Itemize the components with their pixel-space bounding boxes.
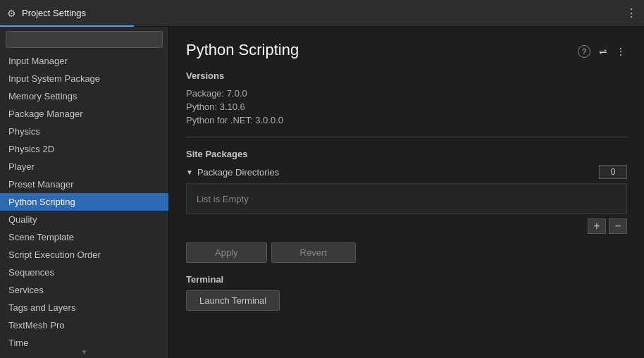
sidebar-item-quality[interactable]: Quality bbox=[0, 211, 168, 228]
apply-revert-row: Apply Revert bbox=[186, 242, 627, 263]
sidebar-item-physics[interactable]: Physics bbox=[0, 123, 168, 140]
sidebar-item-player[interactable]: Player bbox=[0, 158, 168, 175]
sidebar-item-time[interactable]: Time bbox=[0, 334, 168, 346]
help-icon-button[interactable]: ? bbox=[576, 44, 592, 59]
more-dots-icon: ⋮ bbox=[616, 46, 626, 57]
sliders-icon: ⇌ bbox=[599, 46, 607, 57]
sidebar-list: Input ManagerInput System PackageMemory … bbox=[0, 52, 168, 346]
apply-button[interactable]: Apply bbox=[186, 242, 267, 263]
sidebar-item-script-execution-order[interactable]: Script Execution Order bbox=[0, 246, 168, 264]
sidebar-item-tags-and-layers[interactable]: Tags and Layers bbox=[0, 299, 168, 316]
revert-button[interactable]: Revert bbox=[271, 242, 356, 263]
help-icon: ? bbox=[578, 45, 590, 58]
sidebar-item-scene-template[interactable]: Scene Template bbox=[0, 228, 168, 246]
list-actions: + − bbox=[186, 218, 627, 234]
terminal-section-title: Terminal bbox=[186, 274, 627, 285]
window-title: Project Settings bbox=[22, 8, 86, 18]
section-divider-1 bbox=[186, 137, 627, 137]
package-directories-row: ▼ Package Directories 0 bbox=[186, 165, 627, 179]
main-container: ⚲ Input ManagerInput System PackageMemor… bbox=[0, 27, 644, 358]
site-packages-section-title: Site Packages bbox=[186, 149, 627, 159]
content-header: Python Scripting ? ⇌ ⋮ bbox=[186, 41, 627, 59]
more-icon-button[interactable]: ⋮ bbox=[614, 44, 627, 58]
python-dotnet-version-row: Python for .NET: 3.0.0.0 bbox=[186, 113, 627, 127]
sidebar-item-input-system-package[interactable]: Input System Package bbox=[0, 70, 168, 87]
search-input[interactable] bbox=[6, 31, 163, 48]
sidebar-item-physics-2d[interactable]: Physics 2D bbox=[0, 140, 168, 158]
remove-item-button[interactable]: − bbox=[609, 218, 627, 234]
content-area: Python Scripting ? ⇌ ⋮ Versions Package:… bbox=[169, 27, 644, 358]
collapse-triangle-icon[interactable]: ▼ bbox=[186, 168, 193, 176]
list-empty-box: List is Empty bbox=[186, 183, 627, 214]
launch-terminal-button[interactable]: Launch Terminal bbox=[186, 290, 280, 311]
window-more-icon[interactable]: ⋮ bbox=[626, 7, 637, 19]
package-directories-label: Package Directories bbox=[197, 167, 599, 178]
search-container: ⚲ bbox=[0, 27, 168, 52]
header-icons: ? ⇌ ⋮ bbox=[576, 44, 627, 59]
python-version-row: Python: 3.10.6 bbox=[186, 100, 627, 113]
versions-section-title: Versions bbox=[186, 70, 627, 81]
sidebar-item-input-manager[interactable]: Input Manager bbox=[0, 52, 168, 70]
sidebar-item-sequences[interactable]: Sequences bbox=[0, 264, 168, 281]
sidebar-item-python-scripting[interactable]: Python Scripting bbox=[0, 193, 168, 211]
sidebar-item-package-manager[interactable]: Package Manager bbox=[0, 105, 168, 123]
sidebar-item-textmesh-pro[interactable]: TextMesh Pro bbox=[0, 316, 168, 334]
scroll-down-indicator: ▼ bbox=[0, 346, 168, 358]
page-title: Python Scripting bbox=[186, 41, 299, 59]
sidebar-item-memory-settings[interactable]: Memory Settings bbox=[0, 87, 168, 105]
sidebar: ⚲ Input ManagerInput System PackageMemor… bbox=[0, 27, 169, 358]
package-version-row: Package: 7.0.0 bbox=[186, 87, 627, 100]
add-item-button[interactable]: + bbox=[588, 218, 606, 234]
list-empty-text: List is Empty bbox=[197, 194, 249, 204]
sidebar-item-services[interactable]: Services bbox=[0, 281, 168, 299]
package-count-box: 0 bbox=[599, 165, 627, 179]
adjust-icon-button[interactable]: ⇌ bbox=[597, 44, 609, 58]
title-bar: ⚙ Project Settings ⋮ bbox=[0, 0, 644, 27]
terminal-section: Terminal Launch Terminal bbox=[186, 274, 627, 311]
gear-icon: ⚙ bbox=[7, 8, 16, 19]
sidebar-item-preset-manager[interactable]: Preset Manager bbox=[0, 175, 168, 193]
